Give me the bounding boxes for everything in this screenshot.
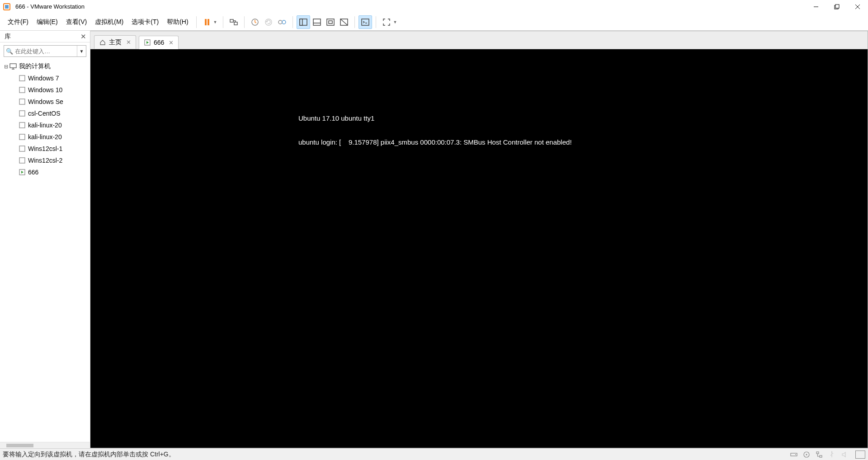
vm-icon bbox=[18, 109, 26, 117]
tree-item-label: Windows 10 bbox=[28, 86, 62, 94]
svg-rect-41 bbox=[816, 452, 819, 454]
svg-line-22 bbox=[340, 19, 348, 25]
vm-running-icon bbox=[144, 39, 151, 46]
window-title: 666 - VMware Workstation bbox=[15, 3, 85, 10]
status-bar: 要将输入定向到该虚拟机，请在虚拟机内部单击或按 Ctrl+G。 bbox=[0, 448, 868, 460]
svg-rect-27 bbox=[19, 75, 25, 81]
fullscreen-button[interactable]: ▼ bbox=[380, 15, 399, 29]
vm-icon bbox=[18, 121, 26, 129]
svg-rect-1 bbox=[5, 5, 9, 9]
svg-rect-16 bbox=[300, 19, 302, 25]
search-icon: 🔍 bbox=[4, 48, 15, 55]
menu-vm[interactable]: 虚拟机(M) bbox=[91, 15, 127, 29]
snapshot-revert-button[interactable] bbox=[262, 15, 275, 29]
svg-rect-30 bbox=[19, 111, 25, 116]
tree-item-label: Windows Se bbox=[28, 98, 63, 105]
tree-item[interactable]: Windows 10 bbox=[0, 84, 90, 96]
svg-rect-42 bbox=[820, 455, 822, 457]
library-header: 库 ✕ bbox=[0, 31, 90, 42]
svg-rect-9 bbox=[230, 19, 233, 22]
svg-rect-24 bbox=[10, 64, 16, 68]
menu-tabs[interactable]: 选项卡(T) bbox=[127, 15, 163, 29]
tree-root-label: 我的计算机 bbox=[19, 62, 51, 70]
usb-icon[interactable] bbox=[827, 450, 836, 459]
tree-item[interactable]: Wins12csl-2 bbox=[0, 155, 90, 166]
tree-item[interactable]: csl-CentOS bbox=[0, 108, 90, 119]
menu-edit[interactable]: 编辑(E) bbox=[33, 15, 62, 29]
network-icon[interactable] bbox=[815, 450, 824, 459]
snapshot-manager-button[interactable] bbox=[275, 15, 289, 29]
menu-file[interactable]: 文件(F) bbox=[4, 15, 33, 29]
svg-rect-8 bbox=[208, 19, 209, 25]
titlebar: 666 - VMware Workstation bbox=[0, 0, 868, 14]
console-view-button[interactable] bbox=[359, 15, 372, 29]
minimize-button[interactable] bbox=[806, 0, 826, 14]
vm-running-icon bbox=[18, 168, 26, 176]
library-title: 库 bbox=[5, 33, 11, 41]
svg-point-13 bbox=[278, 20, 282, 24]
tree-item[interactable]: Windows 7 bbox=[0, 72, 90, 84]
tab-home[interactable]: 主页 ✕ bbox=[94, 35, 136, 49]
search-input[interactable] bbox=[15, 48, 77, 55]
tree-item-label: Wins12csl-1 bbox=[28, 145, 62, 152]
tree-item[interactable]: Wins12csl-1 bbox=[0, 143, 90, 155]
menu-toolbar-row: 文件(F) 编辑(E) 查看(V) 虚拟机(M) 选项卡(T) 帮助(H) ▼ bbox=[0, 14, 868, 31]
vm-console[interactable]: Ubuntu 17.10 ubuntu tty1 ubuntu login: [… bbox=[90, 49, 868, 448]
terminal-line: ubuntu login: [ 9.157978] piix4_smbus 00… bbox=[298, 138, 572, 146]
svg-rect-10 bbox=[234, 22, 237, 25]
vm-icon bbox=[18, 86, 26, 94]
sound-icon[interactable] bbox=[840, 450, 849, 459]
tree-item[interactable]: kali-linux-20 bbox=[0, 131, 90, 143]
menu-help[interactable]: 帮助(H) bbox=[163, 15, 192, 29]
send-ctrl-alt-del-button[interactable] bbox=[227, 15, 241, 29]
svg-rect-31 bbox=[19, 122, 25, 128]
svg-rect-34 bbox=[19, 158, 25, 163]
tree-item[interactable]: kali-linux-20 bbox=[0, 119, 90, 131]
close-icon[interactable]: ✕ bbox=[79, 33, 87, 41]
view-fit-guest-button[interactable] bbox=[337, 15, 351, 29]
vm-icon bbox=[18, 156, 26, 164]
svg-rect-17 bbox=[313, 19, 321, 25]
svg-rect-20 bbox=[329, 21, 332, 23]
chevron-down-icon: ▼ bbox=[213, 20, 217, 24]
maximize-button[interactable] bbox=[826, 0, 847, 14]
close-icon[interactable]: ✕ bbox=[169, 39, 174, 46]
close-icon[interactable]: ✕ bbox=[126, 39, 131, 46]
library-tree: ⊟ 我的计算机 Windows 7 Windows 10 Windows Se … bbox=[0, 60, 90, 442]
tree-item-label: kali-linux-20 bbox=[28, 122, 62, 129]
library-search[interactable]: 🔍 ▼ bbox=[4, 45, 86, 57]
tree-root-mycomputer[interactable]: ⊟ 我的计算机 bbox=[0, 61, 90, 72]
vm-icon bbox=[18, 74, 26, 82]
svg-rect-23 bbox=[362, 19, 369, 25]
svg-rect-28 bbox=[19, 87, 25, 93]
collapse-icon[interactable]: ⊟ bbox=[3, 64, 9, 70]
window-controls bbox=[806, 0, 868, 14]
view-fit-window-button[interactable] bbox=[324, 15, 337, 29]
view-bottom-button[interactable] bbox=[310, 15, 324, 29]
tab-bar: 主页 ✕ 666 ✕ bbox=[90, 31, 868, 49]
pause-button[interactable]: ▼ bbox=[200, 15, 220, 29]
svg-rect-4 bbox=[835, 5, 839, 8]
chevron-down-icon[interactable]: ▼ bbox=[77, 46, 86, 56]
content-area: 主页 ✕ 666 ✕ Ubuntu 17.10 ubuntu tty1 ubun… bbox=[90, 31, 868, 448]
menu-view[interactable]: 查看(V) bbox=[62, 15, 91, 29]
library-panel: 库 ✕ 🔍 ▼ ⊟ 我的计算机 Windows 7 Windows 10 bbox=[0, 31, 90, 448]
library-scrollbar[interactable] bbox=[0, 442, 90, 448]
monitor-icon bbox=[9, 62, 17, 70]
tab-active-vm[interactable]: 666 ✕ bbox=[139, 36, 179, 49]
svg-rect-19 bbox=[327, 19, 334, 25]
hdd-icon[interactable] bbox=[789, 450, 798, 459]
vmware-app-icon bbox=[3, 3, 11, 11]
cd-icon[interactable] bbox=[802, 450, 811, 459]
workspace: 库 ✕ 🔍 ▼ ⊟ 我的计算机 Windows 7 Windows 10 bbox=[0, 31, 868, 448]
tree-item-label: Wins12csl-2 bbox=[28, 157, 62, 164]
tree-item-active[interactable]: 666 bbox=[0, 166, 90, 178]
status-end-icon[interactable] bbox=[855, 451, 865, 459]
view-sidebar-button[interactable] bbox=[297, 15, 310, 29]
vm-icon bbox=[18, 145, 26, 153]
tree-item-label: 666 bbox=[28, 169, 38, 176]
tree-item[interactable]: Windows Se bbox=[0, 96, 90, 108]
close-button[interactable] bbox=[847, 0, 868, 14]
tree-item-label: Windows 7 bbox=[28, 75, 59, 82]
snapshot-take-button[interactable] bbox=[248, 15, 262, 29]
